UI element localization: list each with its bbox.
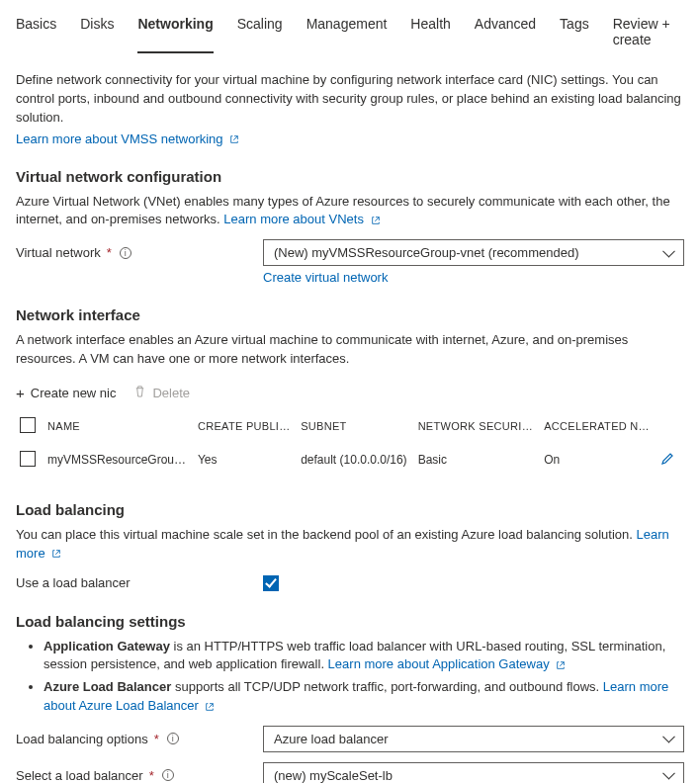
lb-settings-heading: Load balancing settings <box>16 613 684 630</box>
bullet-alb-name: Azure Load Balancer <box>44 679 171 694</box>
col-public: CREATE PUBLI… <box>194 411 297 441</box>
vnet-dropdown[interactable]: (New) myVMSSResourceGroup-vnet (recommen… <box>263 239 684 266</box>
lb-heading: Load balancing <box>16 501 684 518</box>
row-name: myVMSSResourceGrou… <box>44 441 194 479</box>
required-indicator: * <box>154 732 159 746</box>
nic-table: NAME CREATE PUBLI… SUBNET NETWORK SECURI… <box>16 411 684 479</box>
use-lb-checkbox[interactable] <box>263 575 279 591</box>
info-icon[interactable]: i <box>167 733 179 744</box>
row-subnet: default (10.0.0.0/16) <box>297 441 413 479</box>
nic-desc: A network interface enables an Azure vir… <box>16 331 684 369</box>
create-vnet-link[interactable]: Create virtual network <box>263 270 684 285</box>
vnet-learn-more-text: Learn more about VNets <box>223 212 364 226</box>
delete-nic-button: Delete <box>133 385 190 400</box>
select-all-checkbox[interactable] <box>20 417 36 433</box>
edit-icon[interactable] <box>660 455 674 469</box>
trash-icon <box>133 385 146 400</box>
select-lb-text: Select a load balancer <box>16 768 143 783</box>
appgw-learn-more-text: Learn more about Application Gateway <box>328 656 550 671</box>
external-link-icon <box>51 549 61 559</box>
bullet-alb-text: supports all TCP/UDP network traffic, po… <box>171 679 602 694</box>
lb-options-text: Load balancing options <box>16 732 148 746</box>
tabs-bar: Basics Disks Networking Scaling Manageme… <box>16 10 684 53</box>
vnet-heading: Virtual network configuration <box>16 168 684 185</box>
col-accel: ACCELERATED N… <box>540 411 656 441</box>
create-nic-label: Create new nic <box>31 386 117 400</box>
required-indicator: * <box>107 245 112 260</box>
plus-icon: + <box>16 385 25 401</box>
required-indicator: * <box>149 768 154 783</box>
row-checkbox[interactable] <box>20 451 36 467</box>
vnet-dropdown-value: (New) myVMSSResourceGroup-vnet (recommen… <box>274 245 578 260</box>
bullet-appgw-name: Application Gateway <box>44 639 170 653</box>
row-nsg: Basic <box>414 441 541 479</box>
intro-learn-more-link[interactable]: Learn more about VMSS networking <box>16 131 239 146</box>
tab-disks[interactable]: Disks <box>80 10 114 53</box>
tab-management[interactable]: Management <box>306 10 388 53</box>
create-nic-button[interactable]: + Create new nic <box>16 385 116 401</box>
col-subnet: SUBNET <box>297 411 413 441</box>
row-accel: On <box>540 441 656 479</box>
delete-nic-label: Delete <box>152 386 190 400</box>
external-link-icon <box>556 660 566 670</box>
tab-tags[interactable]: Tags <box>560 10 589 53</box>
select-lb-label: Select a load balancer * i <box>16 762 263 783</box>
external-link-icon <box>371 216 381 225</box>
select-lb-dropdown[interactable]: (new) myScaleSet-lb <box>263 762 684 783</box>
vnet-label-text: Virtual network <box>16 245 101 260</box>
lb-desc-text: You can place this virtual machine scale… <box>16 527 637 542</box>
appgw-learn-more-link[interactable]: Learn more about Application Gateway <box>328 656 567 671</box>
lb-desc: You can place this virtual machine scale… <box>16 526 684 564</box>
tab-networking[interactable]: Networking <box>137 10 213 53</box>
vnet-desc: Azure Virtual Network (VNet) enables man… <box>16 193 684 230</box>
vnet-field-label: Virtual network * i <box>16 239 263 260</box>
tab-basics[interactable]: Basics <box>16 10 56 53</box>
row-public: Yes <box>194 441 297 479</box>
col-name: NAME <box>44 411 194 441</box>
col-nsg: NETWORK SECURI… <box>414 411 541 441</box>
tab-health[interactable]: Health <box>410 10 450 53</box>
intro-learn-more-text: Learn more about VMSS networking <box>16 131 223 146</box>
lb-options-value: Azure load balancer <box>274 732 389 746</box>
select-lb-value: (new) myScaleSet-lb <box>274 768 393 783</box>
list-item: Application Gateway is an HTTP/HTTPS web… <box>44 638 684 675</box>
lb-options-dropdown[interactable]: Azure load balancer <box>263 726 684 752</box>
table-row: myVMSSResourceGrou… Yes default (10.0.0.… <box>16 441 684 479</box>
external-link-icon <box>229 134 239 144</box>
tab-scaling[interactable]: Scaling <box>237 10 283 53</box>
nic-heading: Network interface <box>16 306 684 323</box>
info-icon[interactable]: i <box>120 247 131 259</box>
lb-options-label: Load balancing options * i <box>16 726 263 746</box>
tab-advanced[interactable]: Advanced <box>475 10 536 53</box>
info-icon[interactable]: i <box>162 769 174 781</box>
tab-review[interactable]: Review + create <box>613 10 684 53</box>
use-lb-label: Use a load balancer <box>16 575 263 590</box>
lb-bullets: Application Gateway is an HTTP/HTTPS web… <box>44 638 684 716</box>
list-item: Azure Load Balancer supports all TCP/UDP… <box>44 678 684 716</box>
vnet-learn-more-link[interactable]: Learn more about VNets <box>223 212 380 226</box>
external-link-icon <box>205 702 215 712</box>
intro-text: Define network connectivity for your vir… <box>16 71 684 128</box>
